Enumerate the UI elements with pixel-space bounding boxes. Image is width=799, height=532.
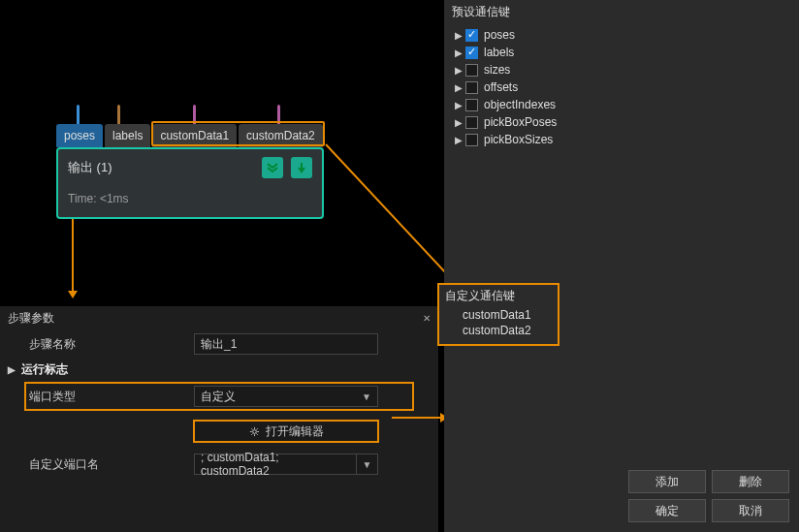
chevron-right-icon: ▶ xyxy=(454,65,463,76)
tree-label: offsets xyxy=(484,80,518,94)
double-chevron-down-icon xyxy=(267,162,278,173)
arrow-down-icon xyxy=(296,162,307,173)
tree-label: poses xyxy=(484,28,515,42)
custom-port-combo[interactable]: ; customData1; customData2 ▼ xyxy=(194,454,378,475)
port-labels[interactable]: labels xyxy=(105,124,150,147)
chevron-right-icon: ▶ xyxy=(454,135,463,145)
tree-label: pickBoxPoses xyxy=(484,115,557,129)
wire-labels xyxy=(117,105,120,126)
run-flag-expander[interactable]: ▶ 运行标志 xyxy=(0,358,438,381)
preset-keys-title: 预设通信键 xyxy=(444,0,799,24)
port-type-select[interactable]: 自定义 ▼ xyxy=(194,386,378,407)
tree-item-labels[interactable]: ▶labels xyxy=(450,44,799,61)
chevron-right-icon: ▶ xyxy=(454,82,463,93)
tree-checkbox[interactable] xyxy=(465,134,478,146)
highlight-custom-ports xyxy=(151,121,325,146)
tree-label: sizes xyxy=(484,63,510,77)
port-poses[interactable]: poses xyxy=(56,124,103,147)
chevron-right-icon: ▶ xyxy=(454,117,463,128)
tree-checkbox[interactable] xyxy=(465,47,478,59)
node-run-button[interactable] xyxy=(291,157,312,178)
chevron-right-icon: ▶ xyxy=(8,364,16,375)
node-body[interactable]: 输出 (1) Time: <1ms xyxy=(56,147,324,219)
custom-key-item[interactable]: customData1 xyxy=(439,307,558,323)
tree-checkbox[interactable] xyxy=(465,116,478,129)
cancel-button[interactable]: 取消 xyxy=(712,499,789,522)
tree-label: objectIndexes xyxy=(484,98,556,111)
label-port-type: 端口类型 xyxy=(29,389,194,405)
tree-item-offsets[interactable]: ▶offsets xyxy=(450,78,799,96)
tree-label: labels xyxy=(484,46,514,59)
tree-item-pickBoxSizes[interactable]: ▶pickBoxSizes xyxy=(450,131,799,148)
label-custom-port: 自定义端口名 xyxy=(29,456,194,473)
step-name-input[interactable] xyxy=(194,333,378,355)
preset-keys-tree: ▶poses▶labels▶sizes▶offsets▶objectIndexe… xyxy=(444,24,799,154)
gear-icon xyxy=(249,426,260,437)
label-step-name: 步骤名称 xyxy=(29,336,194,353)
custom-keys-title: 自定义通信键 xyxy=(439,285,558,307)
open-editor-button[interactable]: 打开编辑器 xyxy=(194,421,378,442)
chevron-right-icon: ▶ xyxy=(454,47,463,58)
svg-point-0 xyxy=(252,429,256,433)
run-flag-label: 运行标志 xyxy=(21,361,68,378)
side-panel: 预设通信键 ▶poses▶labels▶sizes▶offsets▶object… xyxy=(444,0,799,532)
custom-keys-panel: 自定义通信键 customData1 customData2 xyxy=(437,283,559,346)
side-button-bar: 添加 删除 确定 取消 xyxy=(628,470,789,522)
add-button[interactable]: 添加 xyxy=(628,470,706,493)
tree-label: pickBoxSizes xyxy=(484,133,553,146)
row-port-type: 端口类型 自定义 ▼ xyxy=(25,383,413,410)
tree-checkbox[interactable] xyxy=(465,29,478,42)
tree-item-objectIndexes[interactable]: ▶objectIndexes xyxy=(450,96,799,113)
chevron-down-icon: ▼ xyxy=(362,391,371,402)
tree-item-pickBoxPoses[interactable]: ▶pickBoxPoses xyxy=(450,113,799,131)
tree-checkbox[interactable] xyxy=(465,81,478,94)
row-step-name: 步骤名称 xyxy=(0,330,438,358)
step-params-panel: 步骤参数 ✕ 步骤名称 ▶ 运行标志 端口类型 自定义 ▼ 打开编辑器 自定义端… xyxy=(0,305,438,532)
custom-port-value[interactable]: ; customData1; customData2 xyxy=(194,454,357,475)
params-header: 步骤参数 ✕ xyxy=(0,306,438,330)
annotation-arrow-right xyxy=(392,417,440,419)
delete-button[interactable]: 删除 xyxy=(712,470,789,493)
annotation-arrow-down xyxy=(72,219,74,291)
port-type-value: 自定义 xyxy=(201,389,236,405)
open-editor-label: 打开编辑器 xyxy=(266,423,324,440)
custom-port-dropdown[interactable]: ▼ xyxy=(357,454,378,475)
node-canvas[interactable]: poses labels customData1 customData2 输出 … xyxy=(0,0,436,300)
node-collapse-button[interactable] xyxy=(262,157,283,178)
params-title: 步骤参数 xyxy=(8,310,54,327)
tree-checkbox[interactable] xyxy=(465,99,478,111)
row-custom-port: 自定义端口名 ; customData1; customData2 ▼ xyxy=(0,451,438,478)
tree-checkbox[interactable] xyxy=(465,64,478,77)
tree-item-sizes[interactable]: ▶sizes xyxy=(450,61,799,78)
params-close-icon[interactable]: ✕ xyxy=(423,313,431,324)
custom-key-item[interactable]: customData2 xyxy=(439,323,558,338)
row-open-editor: 打开编辑器 xyxy=(0,418,438,445)
annotation-arrow-diag xyxy=(325,143,459,287)
node-time: Time: <1ms xyxy=(68,192,312,205)
wire-poses xyxy=(77,105,80,126)
tree-item-poses[interactable]: ▶poses xyxy=(450,26,799,44)
chevron-right-icon: ▶ xyxy=(454,30,463,41)
chevron-down-icon: ▼ xyxy=(363,459,372,470)
chevron-right-icon: ▶ xyxy=(454,100,463,110)
ok-button[interactable]: 确定 xyxy=(628,499,706,522)
